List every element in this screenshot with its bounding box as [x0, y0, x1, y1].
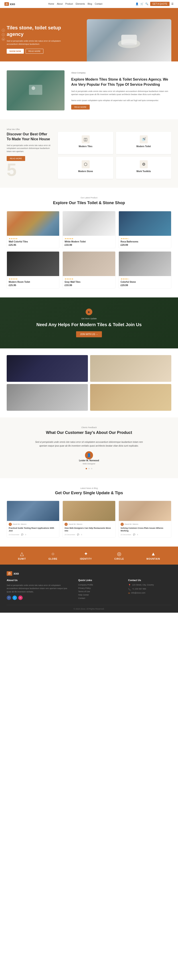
- blog-image-0: [7, 501, 59, 521]
- partner-identity[interactable]: ✦ IDENTITY: [80, 551, 92, 560]
- nav-blog[interactable]: Blog: [87, 3, 92, 5]
- footer-logo[interactable]: Zi xxo: [7, 571, 171, 576]
- footer-link-1[interactable]: Privacy Policy: [78, 587, 121, 589]
- nav-links: Home About Product Elements Blog Contact: [48, 3, 102, 5]
- blog-meta-1: 23 December 💬 5: [65, 534, 113, 536]
- nav-home[interactable]: Home: [48, 3, 54, 5]
- blog-comments-0: 5: [25, 534, 26, 536]
- nav-product[interactable]: Product: [65, 3, 73, 5]
- social-instagram-button[interactable]: in: [18, 595, 23, 600]
- gallery-item-0: [7, 355, 88, 382]
- footer-link-3[interactable]: Help Center: [78, 594, 121, 596]
- partner-globe[interactable]: ○ GLOBE: [49, 551, 58, 560]
- blog-card-1[interactable]: D David Mr. Warren How Web Designers Can…: [62, 501, 115, 538]
- blog-card-0[interactable]: D David Mr. Warren Practical Guide Testi…: [7, 501, 59, 538]
- cart-icon[interactable]: 🛒: [140, 2, 143, 5]
- partner-name-circle: CIRCLE: [114, 558, 124, 560]
- product-card[interactable]: ★★★★★ Wall Colorful Tiles £25.95: [7, 211, 59, 248]
- gallery-image-2: [7, 384, 88, 411]
- social-twitter[interactable]: t: [2, 33, 5, 36]
- footer-links-title: Quick Links: [78, 579, 121, 582]
- hero-text: Tiles stone, toilet setup agency Sed ut …: [7, 25, 65, 54]
- product-card[interactable]: ★★★★☆ Colorful Stone £29.99: [119, 251, 171, 288]
- product-price-2: £29.99: [121, 243, 169, 246]
- cta-button[interactable]: JOIN WITH US →: [76, 331, 102, 337]
- contact-address: 📍 123 Street, City, Country: [128, 584, 171, 586]
- social-twitter-button[interactable]: t: [13, 595, 17, 600]
- blog-post-title-1: How Web Designers Can Help Restaurants M…: [65, 527, 113, 532]
- footer-link-0[interactable]: Company Profile: [78, 584, 121, 586]
- get-quote-button[interactable]: GET A QUOTE: [150, 2, 170, 6]
- blog-image-2: [119, 501, 171, 521]
- partner-circle[interactable]: ◎ CIRCLE: [114, 551, 124, 560]
- service-card-tools: ⚙ Work Toolkits: [116, 157, 171, 179]
- services-title: Discover Our Best Offer To Made Your Nic…: [7, 132, 51, 142]
- about-readmore-button[interactable]: READ MORE: [71, 105, 90, 110]
- dot-1[interactable]: [88, 468, 90, 469]
- service-tiles-label: Modern Tiles: [61, 145, 110, 148]
- about-image: [7, 70, 65, 110]
- product-card[interactable]: ★★★★★ White Modern Toilet £33.99: [62, 211, 115, 248]
- testimonial-text: Sed ut perspiciatis unde omnis iste natu…: [33, 440, 145, 448]
- search-icon[interactable]: 🔍: [145, 2, 148, 5]
- blog-image-1: [63, 501, 115, 521]
- blog-comments-icon-0: 💬: [21, 534, 23, 536]
- testimonial-avatar: 👤: [85, 451, 93, 459]
- product-name-4: Gray Wall Tiles: [65, 281, 113, 283]
- blog-grid: D David Mr. Warren Practical Guide Testi…: [7, 501, 171, 538]
- author-name-0: David Mr. Warren: [13, 523, 27, 525]
- footer-link-4[interactable]: Contact: [78, 597, 121, 599]
- phone-icon: 📞: [128, 588, 131, 590]
- gallery-image-3: [90, 384, 171, 411]
- copyright-text: © 2024 Zixxo. All Rights Reserved.: [7, 608, 171, 610]
- author-avatar-1: D: [65, 523, 68, 526]
- product-price-1: £33.99: [65, 243, 113, 246]
- logo[interactable]: Zi xxo: [5, 2, 15, 6]
- product-card[interactable]: ★★★★★ Gray Wall Tiles £33.99: [62, 251, 115, 288]
- nav-contact[interactable]: Contact: [95, 3, 102, 5]
- about-description2: Nemo enim ipsam voluptatem quia voluptas…: [71, 99, 171, 102]
- hero-description: Sed ut perspiciatis unde omnis iste natu…: [7, 40, 65, 46]
- footer-contact-col: Contact Us 📍 123 Street, City, Country 📞…: [128, 579, 171, 600]
- footer-about-title: About Us: [7, 579, 72, 582]
- blog-card-2[interactable]: D David Mr. Warren Solving Common Cross-…: [119, 501, 171, 538]
- hero-primary-button[interactable]: SHOW NOW: [7, 49, 24, 54]
- partner-mountain[interactable]: ▲ MOUNTAIN: [146, 551, 160, 560]
- menu-icon[interactable]: ☰: [171, 2, 173, 5]
- social-linkedin[interactable]: in: [2, 38, 5, 41]
- partner-name-sumit: SUMIT: [18, 558, 26, 560]
- svg-point-4: [32, 86, 35, 90]
- footer-link-2[interactable]: Terms of Use: [78, 590, 121, 593]
- dot-2[interactable]: [91, 468, 92, 469]
- partner-name-mountain: MOUNTAIN: [146, 558, 160, 560]
- social-facebook[interactable]: f: [2, 29, 5, 32]
- nav-elements[interactable]: Elements: [76, 3, 85, 5]
- hero-outline-button[interactable]: READ MORE: [25, 49, 44, 54]
- footer-contact-title: Contact Us: [128, 579, 171, 582]
- product-info-0: ★★★★★ Wall Colorful Tiles £25.95: [7, 236, 59, 248]
- blog-title: Get Our Every Single Update & Tips: [7, 491, 171, 495]
- about-title: Explore Modern Tiles Stone & Toilet Serv…: [71, 77, 171, 87]
- blog-comments-2: 5: [137, 534, 138, 536]
- product-card[interactable]: ★★★★★ Modern Room Toilet £25.95: [7, 251, 59, 288]
- products-section: Our Latest Product Explore Our Tiles Toi…: [0, 188, 178, 298]
- dot-0[interactable]: [86, 468, 87, 469]
- user-icon[interactable]: 👤: [135, 2, 138, 5]
- testimonial-dots: [7, 468, 171, 469]
- services-description: Sed ut perspiciatis unde omnis iste natu…: [7, 144, 51, 153]
- services-grid: ◫ Modern Tiles 🚿 Modern Toilet ⬡ Modern …: [58, 132, 171, 179]
- product-card[interactable]: ★★★★☆ Roca Bathrooms £29.99: [119, 211, 171, 248]
- blog-date-2: 23 December: [121, 534, 131, 536]
- partner-sumit[interactable]: △ SUMIT: [18, 551, 26, 560]
- partners-grid: △ SUMIT ○ GLOBE ✦ IDENTITY ◎ CIRCLE ▲ MO…: [7, 551, 171, 560]
- hero-image-placeholder: [87, 19, 171, 62]
- testimonial-author: Lester M. Norwood: [7, 459, 171, 462]
- product-image-2: [119, 211, 171, 236]
- nav-about[interactable]: About: [57, 3, 62, 5]
- social-facebook-button[interactable]: f: [7, 595, 11, 600]
- blog-content-2: D David Mr. Warren Solving Common Cross-…: [119, 521, 171, 538]
- footer-logo-text: xxo: [14, 572, 19, 575]
- products-tag: Our Latest Product: [7, 197, 171, 199]
- svg-point-2: [122, 43, 136, 46]
- product-info-1: ★★★★★ White Modern Toilet £33.99: [63, 236, 115, 248]
